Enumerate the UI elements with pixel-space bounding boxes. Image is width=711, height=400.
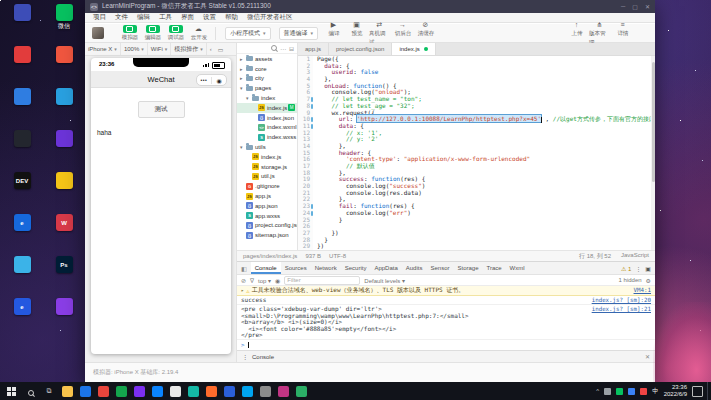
tray-expand-icon[interactable]: ^	[596, 388, 599, 394]
desktop-icon[interactable]	[4, 46, 40, 72]
taskbar-app-5[interactable]	[134, 386, 145, 397]
menu-item-帮助[interactable]: 帮助	[225, 13, 238, 22]
devtools-tab-Wxml[interactable]: Wxml	[506, 262, 529, 274]
console-source-link[interactable]: index.js? [sm]:21	[592, 306, 651, 312]
maximize-button[interactable]: ▢	[632, 3, 638, 10]
desktop-icon[interactable]	[46, 88, 82, 114]
input-method-indicator[interactable]: 中	[652, 387, 659, 396]
mode-select[interactable]: 小程序模式▾	[225, 27, 271, 40]
taskbar-app-12[interactable]	[260, 386, 271, 397]
desktop-icon[interactable]	[46, 172, 82, 198]
devtools-tab-Sources[interactable]: Sources	[281, 262, 311, 274]
minimize-button[interactable]: ─	[621, 3, 625, 10]
desktop-icon[interactable]	[4, 88, 40, 114]
desktop-icon[interactable]	[4, 4, 40, 30]
avatar[interactable]	[92, 27, 104, 39]
tree-file-index.js[interactable]: JSindex.jsM	[237, 103, 297, 113]
tree-file-project.config.json[interactable]: {}project.config.json	[237, 221, 297, 231]
editor-tab-app.js[interactable]: app.js	[298, 43, 329, 55]
taskbar-app-2[interactable]	[80, 386, 91, 397]
close-drawer-icon[interactable]: ✕	[645, 353, 650, 360]
sim-dropdown-WiFi[interactable]: WiFi▾	[148, 43, 172, 55]
menu-item-文件[interactable]: 文件	[115, 13, 128, 22]
task-view-button[interactable]: ⧉	[40, 387, 58, 395]
devtools-tab-Console[interactable]: Console	[251, 262, 281, 274]
more-icon[interactable]: •••	[197, 77, 211, 83]
desktop-icon[interactable]: e	[4, 298, 40, 324]
start-button[interactable]	[0, 387, 22, 396]
tray-icon-3[interactable]	[628, 388, 635, 395]
toggle-模拟器[interactable]: 模拟器	[118, 25, 141, 42]
editor-scrollbar[interactable]	[651, 56, 655, 250]
title-bar[interactable]: <> LearnMiniProgram - 微信开发者工具 Stable v1.…	[85, 0, 655, 13]
tray-icon-4[interactable]	[640, 388, 647, 395]
menu-item-工具[interactable]: 工具	[159, 13, 172, 22]
language-mode[interactable]: JavaScript	[621, 252, 649, 261]
desktop-icon[interactable]	[4, 256, 40, 282]
context-select[interactable]: top ▾	[258, 277, 271, 284]
expand-arrow-icon[interactable]: ▸	[241, 287, 244, 293]
console-prompt[interactable]: >	[237, 340, 655, 349]
tree-file-index.wxml[interactable]: <>index.wxml	[237, 123, 297, 133]
eye-icon[interactable]: ◉	[275, 277, 280, 284]
desktop-icon[interactable]: DEV	[4, 172, 40, 198]
dock-icon[interactable]: ▣	[645, 265, 651, 272]
clear-console-icon[interactable]: ⊘	[241, 277, 246, 284]
devtools-tab-Network[interactable]: Network	[311, 262, 341, 274]
tray-icon-2[interactable]	[616, 388, 623, 395]
taskbar-search-button[interactable]	[22, 382, 40, 400]
desktop-icon[interactable]	[46, 130, 82, 156]
search-icon[interactable]	[271, 45, 277, 51]
rotate-icon[interactable]: ‹	[207, 46, 215, 52]
taskbar-app-8[interactable]	[188, 386, 199, 397]
editor-tab-index.js[interactable]: index.js	[392, 43, 435, 55]
menu-item-编辑[interactable]: 编辑	[137, 13, 150, 22]
miniprogram-capsule[interactable]: ••• ◉	[196, 74, 227, 86]
tree-folder-core[interactable]: ▸core	[237, 64, 297, 74]
desktop-icon[interactable]	[4, 130, 40, 156]
filter-input[interactable]: Filter	[284, 276, 360, 285]
desktop-icon[interactable]	[46, 46, 82, 72]
show-desktop-button[interactable]	[707, 382, 711, 400]
devtools-tab-Sensor[interactable]: Sensor	[426, 262, 453, 274]
taskbar-app-3[interactable]	[98, 386, 109, 397]
taskbar-app-6[interactable]	[152, 386, 163, 397]
devtools-tab-Security[interactable]: Security	[341, 262, 371, 274]
desktop-icon[interactable]: W	[46, 214, 82, 240]
sim-dropdown-iPhone X[interactable]: iPhone X▾	[85, 43, 121, 55]
taskbar-app-9[interactable]	[206, 386, 217, 397]
close-button[interactable]: ✕	[645, 3, 650, 10]
tree-file-storage.js[interactable]: JSstorage.js	[237, 162, 297, 172]
devtools-tab-Storage[interactable]: Storage	[453, 262, 482, 274]
tree-folder-utils[interactable]: ▾utils	[237, 142, 297, 152]
sim-dropdown-100%[interactable]: 100%▾	[121, 43, 148, 55]
test-button[interactable]: 测试	[138, 101, 185, 118]
tree-file-app.json[interactable]: {}app.json	[237, 201, 297, 211]
cursor-position[interactable]: 行 18, 列 52	[579, 252, 611, 261]
tree-folder-city[interactable]: ▸city	[237, 74, 297, 84]
more-icon[interactable]: ⋯	[280, 45, 286, 52]
notification-center-icon[interactable]	[692, 386, 703, 397]
kebab-icon[interactable]: ⋮	[242, 353, 248, 360]
taskbar-clock[interactable]: 23:36 2022/6/9	[664, 384, 687, 398]
tree-file-app.wxss[interactable]: Sapp.wxss	[237, 211, 297, 221]
settings-gear-icon[interactable]: ⚙	[646, 277, 651, 284]
desktop-icon[interactable]: Ps	[46, 256, 82, 282]
toggle-编辑器[interactable]: 编辑器	[141, 25, 164, 42]
taskbar-app-10[interactable]	[224, 386, 235, 397]
desktop-icon[interactable]: 微信	[46, 4, 82, 30]
tray-icon-1[interactable]	[604, 388, 611, 395]
collapse-icon[interactable]: ⊟	[289, 45, 294, 52]
taskbar-app-14[interactable]	[296, 386, 307, 397]
console-source-link[interactable]: index.js? [sm]:20	[592, 297, 651, 303]
levels-select[interactable]: Default levels ▾	[364, 277, 405, 284]
taskbar-app-11[interactable]	[242, 386, 253, 397]
sim-dropdown-模拟操作[interactable]: 模拟操作▾	[171, 43, 207, 55]
tree-folder-index[interactable]: ▾index	[237, 93, 297, 103]
kebab-icon[interactable]: ⋮	[635, 265, 641, 272]
tree-file-index.json[interactable]: {}index.json	[237, 113, 297, 123]
taskbar-app-13[interactable]	[278, 386, 289, 397]
screenshot-icon[interactable]: ▭	[215, 46, 227, 53]
taskbar-app-7[interactable]	[170, 386, 181, 397]
desktop-icon[interactable]	[46, 298, 82, 324]
